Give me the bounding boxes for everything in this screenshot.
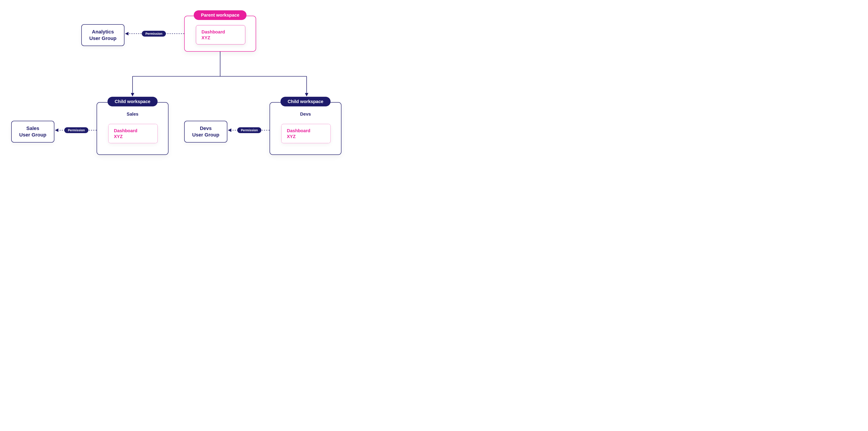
usergroup-name: Sales — [18, 125, 48, 132]
usergroup-label: User Group — [18, 132, 48, 138]
child-workspace-sales: Child workspace Sales Dashboard XYZ — [97, 102, 168, 155]
analytics-user-group: Analytics User Group — [81, 24, 124, 46]
usergroup-name: Analytics — [88, 29, 118, 35]
usergroup-label: User Group — [88, 35, 118, 42]
parent-workspace-title: Parent workspace — [194, 10, 246, 20]
dashboard-name: XYZ — [114, 134, 152, 139]
parent-workspace-box: Parent workspace Dashboard XYZ — [184, 16, 256, 52]
child-dashboard-card-devs: Dashboard XYZ — [281, 124, 331, 143]
diagram-canvas: Parent workspace Dashboard XYZ Analytics… — [0, 0, 347, 172]
permission-label-analytics: Permission — [142, 31, 166, 37]
child-workspace-title: Child workspace — [281, 97, 331, 106]
dashboard-label: Dashboard — [114, 128, 152, 134]
dashboard-name: XYZ — [287, 134, 325, 139]
permission-label-devs: Permission — [237, 127, 261, 133]
dashboard-label: Dashboard — [287, 128, 325, 134]
child-dashboard-card-sales: Dashboard XYZ — [108, 124, 158, 143]
sales-user-group: Sales User Group — [11, 121, 54, 142]
child-workspace-name: Devs — [300, 111, 311, 117]
child-workspace-title: Child workspace — [107, 97, 158, 106]
dashboard-label: Dashboard — [202, 29, 240, 35]
child-workspace-name: Sales — [127, 111, 138, 117]
usergroup-name: Devs — [191, 125, 221, 132]
child-workspace-devs: Child workspace Devs Dashboard XYZ — [270, 102, 341, 155]
permission-label-sales: Permission — [64, 127, 88, 133]
devs-user-group: Devs User Group — [184, 121, 227, 142]
dashboard-name: XYZ — [202, 35, 240, 41]
parent-dashboard-card: Dashboard XYZ — [196, 25, 245, 44]
usergroup-label: User Group — [191, 132, 221, 138]
